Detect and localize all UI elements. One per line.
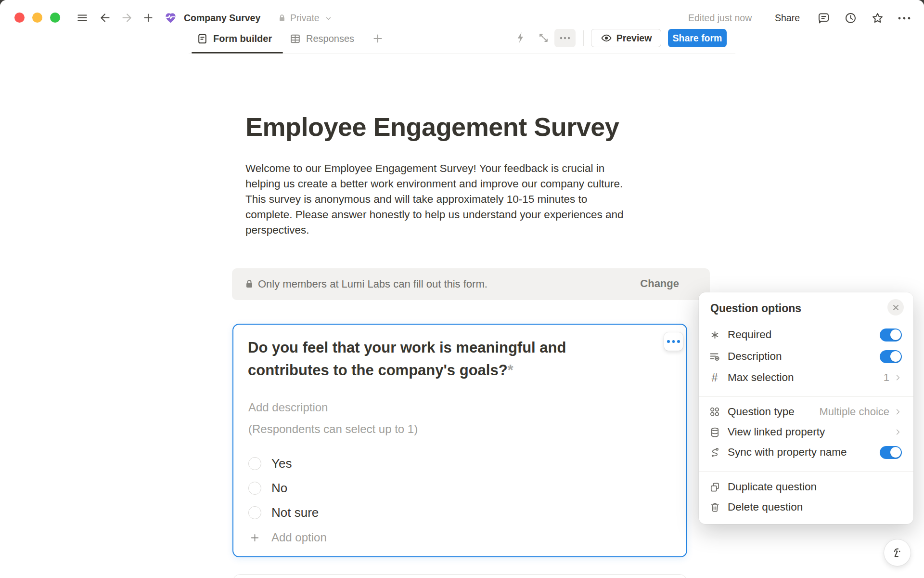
row-duplicate-question[interactable]: Duplicate question xyxy=(699,476,913,498)
tab-form-builder[interactable]: Form builder xyxy=(196,29,272,48)
row-sync-property-name[interactable]: Sync with property name xyxy=(699,442,913,463)
form-description[interactable]: Welcome to our Employee Engagement Surve… xyxy=(245,161,623,238)
history-clock-icon[interactable] xyxy=(844,12,857,25)
question-more-button[interactable] xyxy=(664,332,683,351)
option-label[interactable]: Yes xyxy=(271,456,292,471)
tab-responses-label: Responses xyxy=(306,33,354,44)
sidebar-menu-icon[interactable] xyxy=(76,12,89,24)
selection-note: (Respondents can select up to 1) xyxy=(248,422,418,436)
toolbar-more-button[interactable] xyxy=(554,29,576,47)
app-window: Company Survey Private Edited just now S… xyxy=(0,0,924,578)
zoom-window-button[interactable] xyxy=(50,13,60,23)
required-asterisk: * xyxy=(508,362,513,379)
favorite-star-icon[interactable] xyxy=(871,12,884,25)
tab-responses[interactable]: Responses xyxy=(289,29,354,48)
radio-icon[interactable] xyxy=(248,457,261,470)
row-description[interactable]: Description xyxy=(699,346,913,367)
preview-button-label: Preview xyxy=(616,33,652,44)
row-question-type[interactable]: Question type Multiple choice xyxy=(699,401,913,422)
description-line: perspectives. xyxy=(245,223,623,238)
chevron-right-icon xyxy=(894,428,902,436)
comments-icon[interactable] xyxy=(817,12,830,25)
question-type-value: Multiple choice xyxy=(819,406,889,418)
hash-icon: # xyxy=(708,371,721,384)
add-tab-plus-icon[interactable] xyxy=(372,32,384,45)
preview-button[interactable]: Preview xyxy=(591,29,661,47)
add-description-placeholder[interactable]: Add description xyxy=(248,401,328,414)
close-window-button[interactable] xyxy=(14,13,25,23)
change-access-button[interactable]: Change xyxy=(640,277,679,290)
breadcrumb-doc-title[interactable]: Company Survey xyxy=(184,12,260,24)
row-label: Description xyxy=(728,350,782,363)
next-question-card[interactable] xyxy=(232,574,687,578)
more-options-icon[interactable] xyxy=(897,16,911,21)
page-heart-pulse-icon xyxy=(164,11,178,25)
question-options-popup: Question options Required Description # … xyxy=(699,292,913,524)
active-tab-underline xyxy=(192,52,283,53)
row-label: Max selection xyxy=(728,371,794,384)
description-lines-icon xyxy=(708,351,721,362)
option-row-not-sure[interactable]: Not sure xyxy=(248,505,319,520)
row-label: Required xyxy=(728,328,771,341)
row-required[interactable]: Required xyxy=(699,324,913,345)
row-label: Duplicate question xyxy=(728,481,817,493)
question-text-line2: contributes to the company's goals? xyxy=(248,362,508,379)
option-label[interactable]: No xyxy=(271,481,287,496)
notion-ai-button[interactable] xyxy=(884,539,911,566)
row-view-linked-property[interactable]: View linked property xyxy=(699,421,913,443)
option-label[interactable]: Not sure xyxy=(271,505,319,520)
forward-icon[interactable] xyxy=(120,12,133,24)
share-form-button-label: Share form xyxy=(673,33,722,44)
eye-icon xyxy=(601,32,612,44)
plus-icon xyxy=(248,532,261,543)
share-form-button[interactable]: Share form xyxy=(668,29,727,47)
toolbar-divider xyxy=(583,30,584,46)
titlebar: Company Survey Private Edited just now S… xyxy=(0,0,924,28)
popup-divider xyxy=(699,396,913,397)
option-row-yes[interactable]: Yes xyxy=(248,456,292,471)
row-delete-question[interactable]: Delete question xyxy=(699,497,913,518)
add-option-row[interactable]: Add option xyxy=(248,531,327,544)
radio-icon[interactable] xyxy=(248,482,261,495)
private-lock-icon xyxy=(277,13,287,23)
row-label: Question type xyxy=(728,406,795,418)
back-icon[interactable] xyxy=(99,12,112,24)
sync-toggle[interactable] xyxy=(880,446,902,459)
ai-face-icon xyxy=(891,546,904,560)
automations-lightning-icon[interactable] xyxy=(514,31,527,44)
edited-status: Edited just now xyxy=(688,12,752,24)
option-row-no[interactable]: No xyxy=(248,481,287,496)
asterisk-icon xyxy=(708,330,721,340)
description-line: helping us create a better work environm… xyxy=(245,176,623,192)
tab-form-builder-label: Form builder xyxy=(213,33,272,44)
max-selection-value: 1 xyxy=(884,371,889,384)
row-label: View linked property xyxy=(728,426,825,438)
description-line: Welcome to our Employee Engagement Surve… xyxy=(245,161,623,176)
add-option-label: Add option xyxy=(271,531,327,544)
radio-icon[interactable] xyxy=(248,506,261,519)
privacy-label[interactable]: Private xyxy=(290,12,320,24)
description-toggle[interactable] xyxy=(880,350,902,363)
popup-close-button[interactable] xyxy=(887,299,904,315)
row-label: Sync with property name xyxy=(728,446,847,459)
question-type-icon xyxy=(708,406,721,418)
form-title[interactable]: Employee Engagement Survey xyxy=(245,112,619,142)
row-max-selection[interactable]: # Max selection 1 xyxy=(699,367,913,388)
responses-table-icon xyxy=(289,33,301,45)
chevron-right-icon xyxy=(894,374,902,381)
expand-icon[interactable] xyxy=(537,31,550,44)
access-notice-text: Only members at Lumi Labs can fill out t… xyxy=(258,278,488,290)
question-text[interactable]: Do you feel that your work is meaningful… xyxy=(248,336,566,381)
question-card[interactable]: Do you feel that your work is meaningful… xyxy=(232,324,687,557)
privacy-chevron-down-icon[interactable] xyxy=(325,15,332,22)
new-tab-icon[interactable] xyxy=(142,12,154,24)
minimize-window-button[interactable] xyxy=(32,13,42,23)
access-notice-bar: Only members at Lumi Labs can fill out t… xyxy=(232,268,710,300)
popup-divider xyxy=(699,471,913,472)
database-icon xyxy=(708,427,721,438)
popup-title: Question options xyxy=(710,302,801,315)
required-toggle[interactable] xyxy=(880,328,902,342)
row-label: Delete question xyxy=(728,501,803,513)
description-line: complete. Please answer honestly to help… xyxy=(245,207,623,223)
share-button[interactable]: Share xyxy=(775,12,800,24)
